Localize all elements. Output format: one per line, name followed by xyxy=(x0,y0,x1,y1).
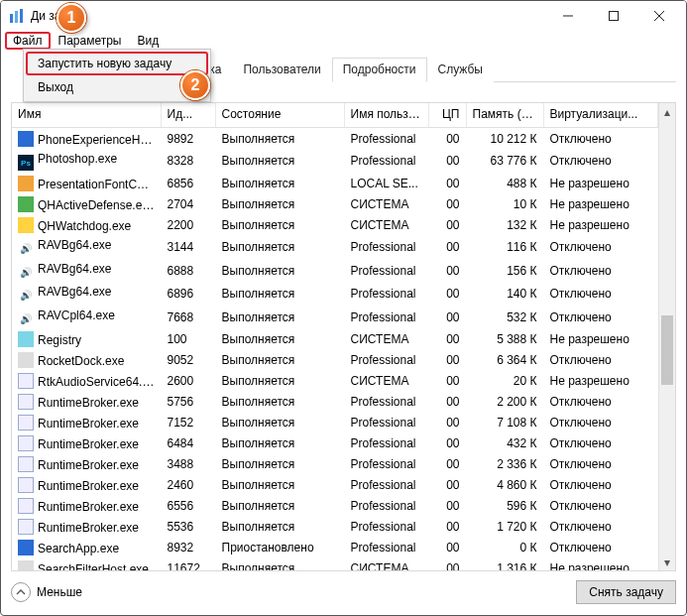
cell-name: PsPhotoshop.exe xyxy=(12,149,161,174)
cell-pid: 6556 xyxy=(161,496,215,517)
cell-state: Выполняется xyxy=(215,454,344,475)
cell-user: СИСТЕМА xyxy=(344,215,428,236)
cell-user: СИСТЕМА xyxy=(344,371,428,392)
cell-state: Выполняется xyxy=(215,371,344,392)
cell-cpu: 00 xyxy=(428,433,466,454)
tab-services[interactable]: Службы xyxy=(427,58,494,82)
cell-memory: 116 К xyxy=(466,236,543,260)
menu-file[interactable]: Файл xyxy=(5,32,51,50)
cell-pid: 2600 xyxy=(161,371,215,392)
table-row[interactable]: RtkAudioService64.exe2600ВыполняетсяСИСТ… xyxy=(12,371,658,392)
cell-cpu: 00 xyxy=(428,538,466,558)
table-row[interactable]: 🔊RAVBg64.exe6888ВыполняетсяProfessional0… xyxy=(12,259,658,283)
scroll-down-icon[interactable]: ▾ xyxy=(659,554,675,570)
cell-state: Выполняется xyxy=(215,350,344,371)
svg-rect-2 xyxy=(20,9,23,23)
cell-name: QHWatchdog.exe xyxy=(12,215,161,236)
process-icon: 🔊 xyxy=(18,264,34,280)
col-cpu[interactable]: ЦП xyxy=(428,103,466,128)
table-row[interactable]: RuntimeBroker.exe5756ВыполняетсяProfessi… xyxy=(12,392,658,413)
scroll-track[interactable] xyxy=(659,120,675,554)
table-row[interactable]: SearchApp.exe8932ПриостановленоProfessio… xyxy=(12,538,658,558)
table-row[interactable]: QHActiveDefense.exe2704ВыполняетсяСИСТЕМ… xyxy=(12,194,658,215)
cell-user: Professional xyxy=(344,433,428,454)
cell-pid: 6888 xyxy=(161,259,215,283)
cell-cpu: 00 xyxy=(428,558,466,571)
window-title: Ди задач xyxy=(31,9,545,23)
cell-virtualization: Не разрешено xyxy=(543,329,658,350)
cell-state: Выполняется xyxy=(215,329,344,350)
table-header-row: Имя Ид... Состояние Имя пользо... ЦП Пам… xyxy=(12,103,658,128)
end-task-button[interactable]: Снять задачу xyxy=(576,580,676,604)
cell-user: Professional xyxy=(344,128,428,150)
cell-state: Выполняется xyxy=(215,215,344,236)
process-icon xyxy=(18,131,34,147)
svg-rect-1 xyxy=(15,11,18,23)
process-icon xyxy=(18,196,34,212)
table-row[interactable]: RuntimeBroker.exe6556ВыполняетсяProfessi… xyxy=(12,496,658,517)
table-row[interactable]: RuntimeBroker.exe3488ВыполняетсяProfessi… xyxy=(12,454,658,475)
close-button[interactable] xyxy=(636,1,682,31)
table-row[interactable]: PresentationFontCac...6856ВыполняетсяLOC… xyxy=(12,174,658,194)
process-icon xyxy=(18,176,34,191)
fewer-details-button[interactable]: Меньше xyxy=(11,582,82,602)
table-row[interactable]: PhoneExperienceHo...9892ВыполняетсяProfe… xyxy=(12,128,658,150)
cell-user: Professional xyxy=(344,306,428,329)
cell-virtualization: Не разрешено xyxy=(543,371,658,392)
process-icon: 🔊 xyxy=(18,310,34,326)
cell-memory: 6 364 К xyxy=(466,350,543,371)
scroll-up-icon[interactable]: ▴ xyxy=(659,103,675,120)
scroll-thumb[interactable] xyxy=(661,315,673,385)
table-row[interactable]: RuntimeBroker.exe7152ВыполняетсяProfessi… xyxy=(12,413,658,433)
col-user[interactable]: Имя пользо... xyxy=(344,103,428,128)
table-row[interactable]: PsPhotoshop.exe8328ВыполняетсяProfession… xyxy=(12,149,658,174)
table-row[interactable]: 🔊RAVBg64.exe3144ВыполняетсяProfessional0… xyxy=(12,236,658,260)
maximize-button[interactable] xyxy=(591,1,636,31)
table-row[interactable]: RuntimeBroker.exe6484ВыполняетсяProfessi… xyxy=(12,433,658,454)
cell-user: СИСТЕМА xyxy=(344,558,428,571)
col-pid[interactable]: Ид... xyxy=(161,103,215,128)
cell-memory: 1 720 К xyxy=(466,517,543,538)
process-icon xyxy=(18,373,34,389)
cell-name: 🔊RAVCpl64.exe xyxy=(12,306,161,329)
cell-virtualization: Отключено xyxy=(543,283,658,307)
cell-user: Professional xyxy=(344,475,428,496)
cell-name: SearchFilterHost.exe xyxy=(12,558,161,571)
cell-virtualization: Отключено xyxy=(543,149,658,174)
cell-name: Registry xyxy=(12,329,161,350)
process-icon: 🔊 xyxy=(18,288,34,304)
minimize-button[interactable] xyxy=(545,1,591,31)
cell-virtualization: Отключено xyxy=(543,517,658,538)
menu-options[interactable]: Параметры xyxy=(51,32,130,50)
col-state[interactable]: Состояние xyxy=(215,103,344,128)
col-name[interactable]: Имя xyxy=(12,103,161,128)
tab-details[interactable]: Подробности xyxy=(332,58,427,82)
table-row[interactable]: SearchFilterHost.exe11672ВыполняетсяСИСТ… xyxy=(12,558,658,571)
vertical-scrollbar[interactable]: ▴ ▾ xyxy=(658,103,675,570)
cell-user: Professional xyxy=(344,392,428,413)
table-row[interactable]: RuntimeBroker.exe5536ВыполняетсяProfessi… xyxy=(12,517,658,538)
cell-pid: 3144 xyxy=(161,236,215,260)
process-icon xyxy=(18,352,34,368)
cell-state: Выполняется xyxy=(215,283,344,307)
table-row[interactable]: 🔊RAVBg64.exe6896ВыполняетсяProfessional0… xyxy=(12,283,658,307)
cell-user: Professional xyxy=(344,413,428,433)
col-virtualization[interactable]: Виртуализаци... xyxy=(543,103,658,128)
cell-memory: 4 860 К xyxy=(466,475,543,496)
tab-users[interactable]: Пользователи xyxy=(232,58,331,82)
menu-view[interactable]: Вид xyxy=(129,32,167,50)
table-row[interactable]: QHWatchdog.exe2200ВыполняетсяСИСТЕМА0013… xyxy=(12,215,658,236)
cell-name: PresentationFontCac... xyxy=(12,174,161,194)
menu-run-new-task[interactable]: Запустить новую задачу xyxy=(26,52,208,75)
table-row[interactable]: Registry100ВыполняетсяСИСТЕМА005 388 КНе… xyxy=(12,329,658,350)
process-icon xyxy=(18,435,34,451)
col-memory[interactable]: Память (а... xyxy=(466,103,543,128)
table-row[interactable]: 🔊RAVCpl64.exe7668ВыполняетсяProfessional… xyxy=(12,306,658,329)
cell-state: Выполняется xyxy=(215,149,344,174)
cell-state: Выполняется xyxy=(215,306,344,329)
table-row[interactable]: RuntimeBroker.exe2460ВыполняетсяProfessi… xyxy=(12,475,658,496)
cell-name: 🔊RAVBg64.exe xyxy=(12,283,161,307)
table-row[interactable]: RocketDock.exe9052ВыполняетсяProfessiona… xyxy=(12,350,658,371)
callout-2: 2 xyxy=(180,70,210,100)
process-icon xyxy=(18,415,34,431)
